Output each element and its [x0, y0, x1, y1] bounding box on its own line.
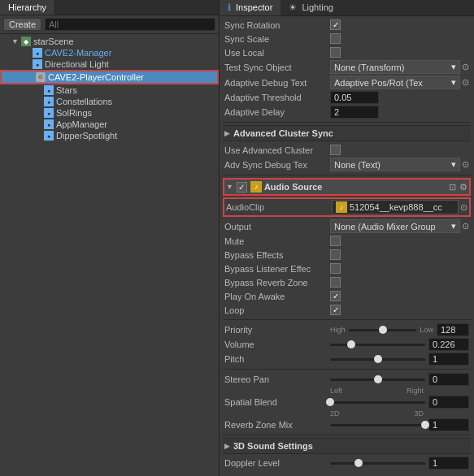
audio-icon1[interactable]: ⊡	[449, 182, 456, 193]
priority-thumb[interactable]	[379, 326, 387, 334]
prop-sync-scale: Sync Scale	[223, 32, 471, 45]
checkbox-play-on-awake[interactable]	[330, 291, 341, 301]
priority-slider[interactable]	[349, 329, 417, 331]
dropdown-arrow-icon: ▾	[451, 221, 456, 232]
dropdown-audioclip[interactable]: ♪ 512054__kevp888__cc	[332, 200, 459, 214]
prop-priority: Priority High Low	[223, 322, 471, 337]
tree-item-appmanager[interactable]: ● AppManager	[0, 119, 219, 130]
prop-reverb-zone: Reverb Zone Mix	[223, 418, 471, 432]
input-adaptive-threshold[interactable]	[330, 91, 379, 104]
audioclip-file-icon: ♪	[336, 201, 347, 213]
prop-use-local: Use Local	[223, 45, 471, 59]
tree-item-cave2-manager[interactable]: ● CAVE2-Manager	[0, 47, 219, 58]
prop-label-bypass-listener: Bypass Listener Effec	[224, 264, 330, 274]
inspector-tab-bar: ℹ Inspector ☀ Lighting	[220, 0, 474, 16]
checkbox-audio-source-enable[interactable]	[237, 182, 247, 193]
dropdown-adv-sync-debug[interactable]: None (Text) ▾	[330, 158, 460, 171]
prop-label-priority: Priority	[224, 325, 330, 335]
spatial-blend-slider-container	[330, 401, 425, 404]
tree-label: CAVE2-PlayerController	[48, 72, 144, 82]
inspector-panel: ℹ Inspector ☀ Lighting Sync Rotation Syn…	[220, 0, 474, 476]
prop-stereo-pan: Stereo Pan	[223, 372, 471, 387]
prop-adaptive-threshold: Adaptive Threshold	[223, 90, 471, 105]
tree-item-solrings[interactable]: ● SolRings	[0, 107, 219, 119]
controller-icon: ⊙	[36, 72, 46, 82]
prop-bypass-reverb: Bypass Reverb Zone	[223, 275, 471, 289]
stereo-pan-slider[interactable]	[330, 379, 425, 381]
input-adaptive-delay[interactable]	[330, 106, 379, 119]
spatial-blend-slider[interactable]	[330, 401, 425, 404]
output-link-icon[interactable]: ⊙	[462, 221, 469, 232]
tree-item-directional-light[interactable]: ● Directional Light	[0, 58, 219, 70]
tree-label: AppManager	[56, 119, 107, 129]
stereo-pan-slider-container	[330, 379, 425, 381]
link-icon[interactable]: ⊙	[462, 62, 469, 72]
gameobject-icon: ●	[33, 48, 42, 58]
gameobject-icon: ●	[33, 59, 42, 69]
prop-play-on-awake: Play On Awake	[223, 289, 471, 303]
input-reverb-zone[interactable]	[428, 418, 469, 431]
priority-slider-container: High Low	[330, 326, 433, 334]
checkbox-use-adv-cluster[interactable]	[330, 145, 341, 155]
checkbox-loop[interactable]	[330, 305, 341, 315]
checkbox-sync-scale[interactable]	[330, 33, 341, 44]
stereo-right-label: Right	[407, 387, 424, 395]
divider3	[223, 319, 471, 320]
prop-label-audioclip: AudioClip	[226, 202, 332, 212]
tree-item-stars[interactable]: ● Stars	[0, 84, 219, 96]
audioclip-link-icon[interactable]: ⊙	[460, 202, 467, 213]
tree-item-cave2-player[interactable]: ⊙ CAVE2-PlayerController	[0, 70, 219, 84]
lighting-tab[interactable]: ☀ Lighting	[280, 0, 341, 15]
audio-source-icon: ♪	[250, 181, 262, 193]
input-priority[interactable]	[437, 323, 469, 336]
volume-thumb[interactable]	[347, 340, 355, 348]
checkbox-bypass-effects[interactable]	[330, 249, 341, 260]
prop-label-loop: Loop	[224, 305, 330, 315]
tree-item-dipperspotlight[interactable]: ● DipperSpotlight	[0, 130, 219, 141]
dropdown-arrow-icon: ▾	[451, 62, 456, 72]
dropdown-value: None (Text)	[334, 160, 381, 170]
pitch-thumb[interactable]	[374, 355, 382, 363]
prop-label-adaptive-threshold: Adaptive Threshold	[224, 93, 330, 102]
input-stereo-pan[interactable]	[428, 373, 469, 386]
search-input[interactable]	[45, 18, 215, 31]
hierarchy-tab[interactable]: Hierarchy	[0, 0, 55, 15]
doppler-slider[interactable]	[330, 462, 425, 465]
tree-item-starscene[interactable]: ▼ ◆ starScene	[0, 36, 219, 47]
input-pitch[interactable]	[428, 353, 469, 366]
volume-slider[interactable]	[330, 344, 425, 346]
doppler-thumb[interactable]	[354, 459, 363, 467]
checkbox-mute[interactable]	[330, 236, 341, 246]
input-spatial-blend[interactable]	[428, 396, 469, 409]
divider2	[223, 175, 471, 175]
checkbox-sync-rotation[interactable]	[330, 19, 341, 30]
spatial-blend-thumb[interactable]	[326, 398, 334, 406]
pitch-slider[interactable]	[330, 358, 425, 361]
sound-settings-section: ▶ 3D Sound Settings	[223, 438, 471, 454]
checkbox-bypass-reverb[interactable]	[330, 277, 341, 288]
input-volume[interactable]	[428, 338, 469, 351]
audio-icon2[interactable]: ⚙	[459, 182, 467, 193]
create-button[interactable]: Create	[3, 18, 41, 31]
dropdown-output[interactable]: None (Audio Mixer Group ▾	[330, 219, 460, 233]
reverb-zone-slider[interactable]	[330, 424, 425, 426]
hierarchy-panel: Hierarchy Create ▼ ◆ starScene ● CAVE2-M…	[0, 0, 220, 476]
reverb-zone-thumb[interactable]	[421, 421, 429, 429]
checkbox-bypass-listener[interactable]	[330, 263, 341, 274]
stereo-pan-thumb[interactable]	[374, 375, 382, 383]
tree-item-constellations[interactable]: ● Constellations	[0, 96, 219, 107]
input-doppler[interactable]	[428, 457, 469, 470]
prop-label-test-sync: Test Sync Object	[224, 63, 330, 72]
inspector-tab[interactable]: ℹ Inspector	[220, 0, 280, 15]
dropdown-test-sync[interactable]: None (Transform) ▾	[330, 60, 460, 74]
link-icon2[interactable]: ⊙	[462, 77, 469, 88]
gameobject-icon: ●	[44, 131, 54, 141]
audio-source-header: ▼ ♪ Audio Source ⊡ ⚙	[223, 178, 471, 196]
checkbox-use-local[interactable]	[330, 47, 341, 58]
tree-label: Stars	[56, 85, 77, 95]
prop-adaptive-debug: Adaptive Debug Text Adaptive Pos/Rot (Te…	[223, 75, 471, 90]
link-icon3[interactable]: ⊙	[462, 159, 469, 170]
prop-label-sync-rotation: Sync Rotation	[224, 20, 330, 30]
prop-pitch: Pitch	[223, 352, 471, 366]
dropdown-adaptive-debug[interactable]: Adaptive Pos/Rot (Tex ▾	[330, 76, 460, 89]
